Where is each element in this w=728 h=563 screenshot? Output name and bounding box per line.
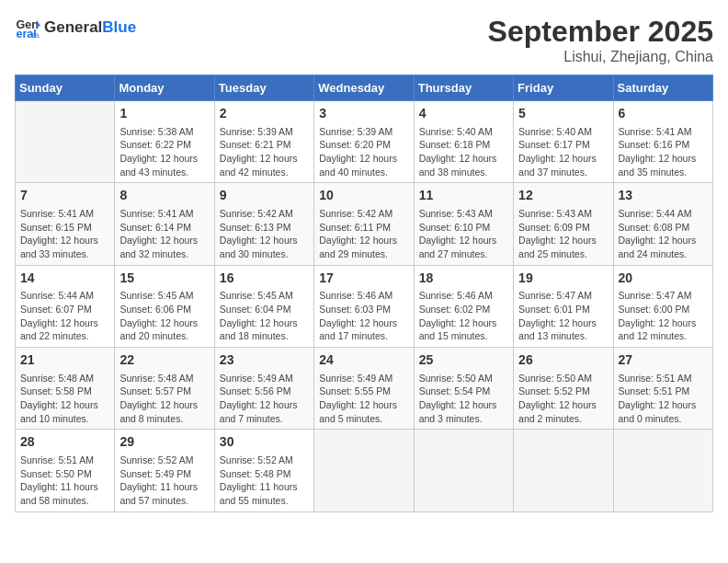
header-friday: Friday: [514, 75, 613, 101]
calendar-cell: 19Sunrise: 5:47 AMSunset: 6:01 PMDayligh…: [514, 265, 613, 347]
header: Gen eral Blue GeneralBlue September 2025…: [15, 15, 713, 65]
calendar-cell: 28Sunrise: 5:51 AMSunset: 5:50 PMDayligh…: [16, 430, 115, 511]
location-title: Lishui, Zhejiang, China: [488, 49, 713, 65]
day-number: 6: [619, 105, 708, 123]
calendar-table: SundayMondayTuesdayWednesdayThursdayFrid…: [15, 75, 713, 512]
day-number: 5: [518, 105, 608, 123]
day-info: Sunrise: 5:50 AMSunset: 5:54 PMDaylight:…: [419, 372, 508, 426]
header-sunday: Sunday: [16, 75, 115, 101]
calendar-week-4: 21Sunrise: 5:48 AMSunset: 5:58 PMDayligh…: [16, 348, 713, 430]
day-info: Sunrise: 5:48 AMSunset: 5:57 PMDaylight:…: [119, 372, 209, 426]
day-number: 12: [518, 187, 608, 205]
day-number: 2: [220, 105, 309, 123]
day-number: 4: [419, 105, 508, 123]
calendar-cell: 25Sunrise: 5:50 AMSunset: 5:54 PMDayligh…: [414, 348, 513, 430]
day-number: 27: [619, 351, 708, 370]
calendar-cell: 18Sunrise: 5:46 AMSunset: 6:02 PMDayligh…: [414, 265, 513, 347]
calendar-cell: 30Sunrise: 5:52 AMSunset: 5:48 PMDayligh…: [214, 430, 313, 511]
day-info: Sunrise: 5:49 AMSunset: 5:55 PMDaylight:…: [319, 372, 408, 426]
day-info: Sunrise: 5:45 AMSunset: 6:04 PMDaylight:…: [220, 289, 309, 343]
calendar-cell: 22Sunrise: 5:48 AMSunset: 5:57 PMDayligh…: [115, 348, 214, 430]
calendar-cell: 7Sunrise: 5:41 AMSunset: 6:15 PMDaylight…: [16, 183, 115, 265]
day-number: 18: [419, 270, 508, 288]
calendar-cell: 13Sunrise: 5:44 AMSunset: 6:08 PMDayligh…: [613, 183, 712, 265]
day-number: 22: [119, 351, 209, 370]
calendar-cell: 6Sunrise: 5:41 AMSunset: 6:16 PMDaylight…: [613, 101, 712, 183]
header-wednesday: Wednesday: [314, 75, 414, 101]
calendar-cell: 8Sunrise: 5:41 AMSunset: 6:14 PMDaylight…: [115, 183, 214, 265]
calendar-cell: 21Sunrise: 5:48 AMSunset: 5:58 PMDayligh…: [16, 348, 115, 430]
calendar-cell: 26Sunrise: 5:50 AMSunset: 5:52 PMDayligh…: [514, 348, 613, 430]
day-number: 19: [518, 270, 608, 288]
calendar-cell: 5Sunrise: 5:40 AMSunset: 6:17 PMDaylight…: [514, 101, 613, 183]
day-number: 20: [619, 270, 708, 288]
day-number: 9: [220, 187, 309, 205]
day-info: Sunrise: 5:47 AMSunset: 6:01 PMDaylight:…: [518, 289, 608, 343]
day-number: 10: [319, 187, 408, 205]
day-info: Sunrise: 5:38 AMSunset: 6:22 PMDaylight:…: [119, 125, 209, 179]
day-number: 7: [20, 187, 109, 205]
calendar-cell: 9Sunrise: 5:42 AMSunset: 6:13 PMDaylight…: [214, 183, 313, 265]
calendar-cell: 3Sunrise: 5:39 AMSunset: 6:20 PMDaylight…: [314, 101, 414, 183]
day-info: Sunrise: 5:39 AMSunset: 6:20 PMDaylight:…: [319, 125, 408, 179]
calendar-week-2: 7Sunrise: 5:41 AMSunset: 6:15 PMDaylight…: [16, 183, 713, 265]
day-info: Sunrise: 5:51 AMSunset: 5:50 PMDaylight:…: [20, 454, 109, 508]
day-info: Sunrise: 5:42 AMSunset: 6:13 PMDaylight:…: [220, 207, 309, 261]
calendar-cell: 11Sunrise: 5:43 AMSunset: 6:10 PMDayligh…: [414, 183, 513, 265]
day-number: 16: [220, 270, 309, 288]
header-thursday: Thursday: [414, 75, 513, 101]
calendar-cell: 27Sunrise: 5:51 AMSunset: 5:51 PMDayligh…: [613, 348, 712, 430]
day-info: Sunrise: 5:40 AMSunset: 6:17 PMDaylight:…: [518, 125, 608, 179]
calendar-cell: [314, 430, 414, 511]
calendar-cell: [613, 430, 712, 511]
day-info: Sunrise: 5:43 AMSunset: 6:10 PMDaylight:…: [419, 207, 508, 261]
calendar-week-5: 28Sunrise: 5:51 AMSunset: 5:50 PMDayligh…: [16, 430, 713, 511]
calendar-cell: [514, 430, 613, 511]
day-info: Sunrise: 5:46 AMSunset: 6:02 PMDaylight:…: [419, 289, 508, 343]
day-info: Sunrise: 5:50 AMSunset: 5:52 PMDaylight:…: [518, 372, 608, 426]
day-info: Sunrise: 5:52 AMSunset: 5:48 PMDaylight:…: [220, 454, 309, 508]
calendar-week-3: 14Sunrise: 5:44 AMSunset: 6:07 PMDayligh…: [16, 265, 713, 347]
day-info: Sunrise: 5:51 AMSunset: 5:51 PMDaylight:…: [619, 372, 708, 426]
day-info: Sunrise: 5:45 AMSunset: 6:06 PMDaylight:…: [119, 289, 209, 343]
day-number: 21: [20, 351, 109, 370]
header-saturday: Saturday: [613, 75, 712, 101]
day-info: Sunrise: 5:44 AMSunset: 6:07 PMDaylight:…: [20, 289, 109, 343]
header-monday: Monday: [115, 75, 214, 101]
day-info: Sunrise: 5:41 AMSunset: 6:16 PMDaylight:…: [619, 125, 708, 179]
logo-text-general: General: [44, 18, 102, 36]
calendar-cell: 15Sunrise: 5:45 AMSunset: 6:06 PMDayligh…: [115, 265, 214, 347]
logo-icon: Gen eral Blue: [15, 15, 40, 40]
day-info: Sunrise: 5:47 AMSunset: 6:00 PMDaylight:…: [619, 289, 708, 343]
day-number: 1: [119, 105, 209, 123]
calendar-cell: [414, 430, 513, 511]
calendar-cell: 16Sunrise: 5:45 AMSunset: 6:04 PMDayligh…: [214, 265, 313, 347]
day-number: 28: [20, 433, 109, 452]
title-area: September 2025 Lishui, Zhejiang, China: [488, 15, 713, 65]
day-info: Sunrise: 5:39 AMSunset: 6:21 PMDaylight:…: [220, 125, 309, 179]
calendar-cell: 29Sunrise: 5:52 AMSunset: 5:49 PMDayligh…: [115, 430, 214, 511]
day-info: Sunrise: 5:42 AMSunset: 6:11 PMDaylight:…: [319, 207, 408, 261]
calendar-cell: 4Sunrise: 5:40 AMSunset: 6:18 PMDaylight…: [414, 101, 513, 183]
day-info: Sunrise: 5:48 AMSunset: 5:58 PMDaylight:…: [20, 372, 109, 426]
day-info: Sunrise: 5:43 AMSunset: 6:09 PMDaylight:…: [518, 207, 608, 261]
day-number: 26: [518, 351, 608, 370]
day-number: 30: [220, 433, 309, 452]
day-number: 8: [119, 187, 209, 205]
calendar-header-row: SundayMondayTuesdayWednesdayThursdayFrid…: [16, 75, 713, 101]
calendar-cell: 17Sunrise: 5:46 AMSunset: 6:03 PMDayligh…: [314, 265, 414, 347]
calendar-cell: 12Sunrise: 5:43 AMSunset: 6:09 PMDayligh…: [514, 183, 613, 265]
day-info: Sunrise: 5:41 AMSunset: 6:15 PMDaylight:…: [20, 207, 109, 261]
day-info: Sunrise: 5:46 AMSunset: 6:03 PMDaylight:…: [319, 289, 408, 343]
day-number: 24: [319, 351, 408, 370]
svg-text:Blue: Blue: [31, 31, 40, 40]
day-number: 11: [419, 187, 508, 205]
day-info: Sunrise: 5:52 AMSunset: 5:49 PMDaylight:…: [119, 454, 209, 508]
calendar-cell: 10Sunrise: 5:42 AMSunset: 6:11 PMDayligh…: [314, 183, 414, 265]
day-number: 25: [419, 351, 508, 370]
day-info: Sunrise: 5:44 AMSunset: 6:08 PMDaylight:…: [619, 207, 708, 261]
day-number: 13: [619, 187, 708, 205]
logo-text-blue: Blue: [102, 18, 136, 36]
day-info: Sunrise: 5:40 AMSunset: 6:18 PMDaylight:…: [419, 125, 508, 179]
calendar-week-1: 1Sunrise: 5:38 AMSunset: 6:22 PMDaylight…: [16, 101, 713, 183]
